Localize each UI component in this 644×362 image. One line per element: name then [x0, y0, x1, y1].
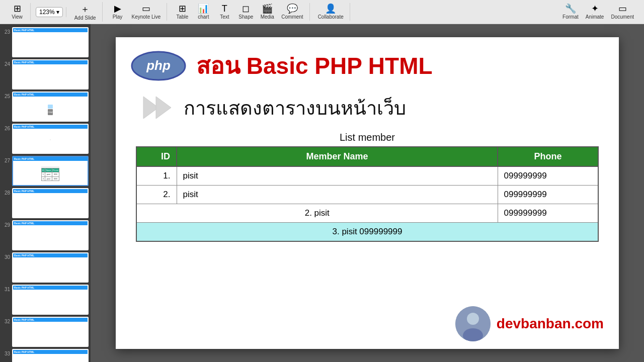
slide-thumb-26[interactable]: 26 Basic PHP HTML	[2, 124, 89, 154]
zoom-value: 123%	[39, 9, 55, 16]
slide-preview-30[interactable]: Basic PHP HTML	[12, 252, 89, 283]
table-section: List member ID Member Name Phone 1. pisi…	[116, 132, 619, 242]
table-row: 2. pisit 099999999	[136, 204, 598, 223]
slide-num-25: 25	[2, 94, 12, 99]
animate-button[interactable]: ✦ Animate	[583, 3, 607, 21]
table-button[interactable]: ⊞ Table	[172, 3, 192, 21]
slide-preview-31[interactable]: Basic PHP HTML	[12, 285, 89, 315]
main-area: 23 Basic PHP HTML 24 Basic PHP HTML	[0, 24, 644, 362]
comment-button[interactable]: 💬 Comment	[278, 3, 306, 21]
play-icon: ▶	[114, 4, 121, 13]
slide-footer: devbanban.com	[455, 306, 604, 341]
media-label: Media	[261, 14, 274, 20]
slide-num-28: 28	[2, 190, 12, 196]
animate-icon: ✦	[591, 4, 599, 13]
php-logo-svg: php	[131, 51, 186, 81]
text-icon: T	[222, 4, 227, 13]
view-button[interactable]: ⊞ View	[7, 3, 27, 21]
avatar	[455, 306, 491, 341]
play-button[interactable]: ▶ Play	[108, 3, 128, 21]
collaborate-label: Collaborate	[318, 14, 344, 20]
slide-preview-28[interactable]: Basic PHP HTML	[12, 188, 89, 218]
table-label: Table	[176, 14, 188, 20]
slide-thumb-25[interactable]: 25 Basic PHP HTML image	[2, 92, 89, 122]
row2-name: pisit	[177, 186, 498, 204]
avatar-svg	[455, 306, 491, 341]
slide-thumb-31[interactable]: 31 Basic PHP HTML	[2, 285, 89, 315]
plus-icon: ＋	[80, 3, 90, 15]
site-name: devbanban.com	[497, 316, 604, 332]
slide-num-30: 30	[2, 254, 12, 260]
format-icon: 🔧	[565, 4, 576, 13]
row1-phone: 099999999	[498, 166, 598, 186]
chart-button[interactable]: 📊 chart	[193, 3, 213, 21]
slide-thumb-29[interactable]: 29 Basic PHP HTML	[2, 220, 89, 250]
slide-thumb-28[interactable]: 28 Basic PHP HTML	[2, 188, 89, 218]
collaborate-button[interactable]: 👤 Collaborate	[315, 3, 347, 21]
slide-preview-33[interactable]: Basic PHP HTML	[12, 349, 89, 362]
collaborate-icon: 👤	[325, 4, 336, 13]
slide-num-23: 23	[2, 29, 12, 35]
row1-id: 1.	[136, 166, 177, 186]
shape-icon: ◻	[242, 4, 250, 13]
svg-text:php: php	[146, 58, 171, 73]
play-arrow-icon	[141, 92, 174, 124]
keynote-live-button[interactable]: ▭ Keynote Live	[129, 3, 164, 21]
document-label: Document	[611, 14, 634, 20]
slide-preview-24[interactable]: Basic PHP HTML	[12, 59, 89, 89]
slide-preview-23[interactable]: Basic PHP HTML	[12, 27, 89, 57]
document-button[interactable]: ▭ Document	[608, 3, 637, 21]
slide-preview-25[interactable]: Basic PHP HTML image	[12, 92, 89, 122]
slide-preview-26[interactable]: Basic PHP HTML	[12, 124, 89, 154]
slide-subtitle: การแสดงตารางบนหน้าเว็บ	[184, 93, 406, 123]
slide-num-27: 27	[2, 158, 12, 163]
insert-group: ⊞ Table 📊 chart T Text ◻ Shape 🎬 Media 💬…	[169, 3, 309, 21]
view-label: View	[12, 14, 23, 20]
text-button[interactable]: T Text	[214, 3, 234, 21]
slide-thumb-27[interactable]: 27 Basic PHP HTML IDNamePhone 1pisit099 …	[2, 156, 89, 186]
slide-preview-32[interactable]: Basic PHP HTML	[12, 317, 89, 347]
toolbar: ⊞ View 123% ▾ ＋ Add Slide ▶ Play ▭ Keyno…	[0, 0, 644, 24]
zoom-group: 123% ▾	[33, 7, 66, 17]
slide-thumb-24[interactable]: 24 Basic PHP HTML	[2, 59, 89, 89]
slide-canvas[interactable]: php สอน Basic PHP HTML การแสดงตารางบนหน้…	[91, 24, 644, 362]
row1-name: pisit	[177, 166, 498, 186]
add-slide-button[interactable]: ＋ Add Slide	[71, 2, 99, 22]
shape-button[interactable]: ◻ Shape	[235, 3, 256, 21]
slide-preview-27[interactable]: Basic PHP HTML IDNamePhone 1pisit099 2pi…	[12, 156, 89, 186]
slide-header: php สอน Basic PHP HTML	[116, 37, 619, 89]
col-header-name: Member Name	[177, 147, 498, 166]
slide-num-31: 31	[2, 287, 12, 292]
media-button[interactable]: 🎬 Media	[257, 3, 277, 21]
zoom-selector[interactable]: 123% ▾	[36, 7, 63, 17]
slide-thumb-23[interactable]: 23 Basic PHP HTML	[2, 27, 89, 57]
add-slide-group: ＋ Add Slide	[68, 2, 103, 22]
media-icon: 🎬	[262, 4, 273, 13]
slide-panel[interactable]: 23 Basic PHP HTML 24 Basic PHP HTML	[0, 24, 91, 362]
double-play-svg	[141, 92, 174, 124]
chevron-down-icon: ▾	[56, 9, 59, 16]
table-icon: ⊞	[179, 4, 186, 13]
svg-point-5	[467, 313, 479, 325]
col-header-phone: Phone	[498, 147, 598, 166]
slide-thumb-33[interactable]: 33 Basic PHP HTML	[2, 349, 89, 362]
view-icon: ⊞	[14, 4, 21, 13]
slide-num-33: 33	[2, 351, 12, 356]
row2-phone: 099999999	[498, 186, 598, 204]
slide-thumb-30[interactable]: 30 Basic PHP HTML	[2, 252, 89, 283]
slide-thumb-32[interactable]: 32 Basic PHP HTML	[2, 317, 89, 347]
text-label: Text	[220, 14, 229, 20]
row3-phone: 099999999	[498, 204, 598, 223]
comment-label: Comment	[281, 14, 303, 20]
slide-num-26: 26	[2, 126, 12, 131]
slide-preview-29[interactable]: Basic PHP HTML	[12, 220, 89, 250]
play-group: ▶ Play ▭ Keynote Live	[105, 3, 168, 21]
svg-marker-3	[156, 97, 171, 119]
slide-main: php สอน Basic PHP HTML การแสดงตารางบนหน้…	[116, 37, 619, 349]
collaborate-group: 👤 Collaborate	[312, 3, 350, 21]
table-row: 3. pisit 099999999	[136, 223, 598, 242]
format-button[interactable]: 🔧 Format	[559, 3, 582, 21]
view-group: ⊞ View	[4, 3, 31, 21]
add-slide-label: Add Slide	[74, 15, 96, 21]
right-tools-group: 🔧 Format ✦ Animate ▭ Document	[556, 3, 640, 21]
